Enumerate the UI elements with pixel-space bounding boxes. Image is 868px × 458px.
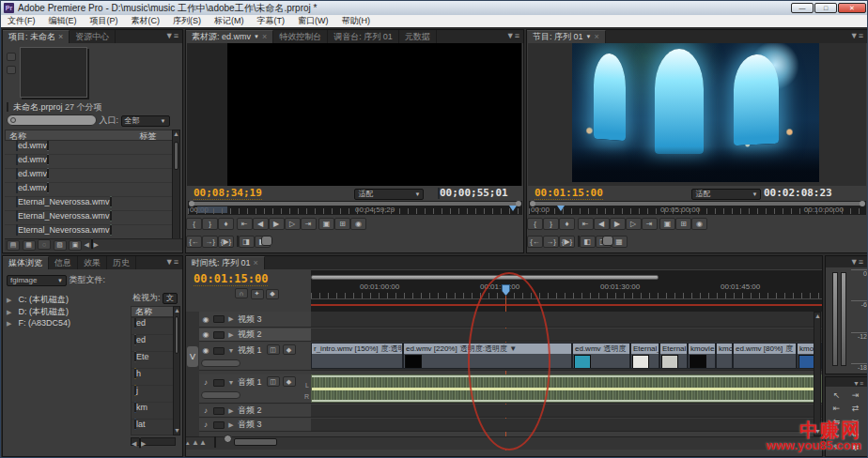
scroll-right-icon[interactable]: ▶ bbox=[93, 241, 98, 248]
program-current-timecode[interactable]: 00:01:15:00 bbox=[535, 187, 603, 200]
inout-nav-button[interactable]: →} bbox=[543, 236, 559, 248]
label-chip[interactable] bbox=[47, 154, 49, 165]
timeline-video-clip[interactable]: ed.wmv 透明度 ▼ bbox=[572, 343, 630, 369]
tool-button[interactable]: ⇄ bbox=[846, 402, 864, 414]
inout-nav-button[interactable]: {▶} bbox=[218, 236, 234, 248]
scroll-left-icon[interactable]: ◀ bbox=[85, 241, 89, 248]
toggle-track-audio-icon[interactable]: ♪ bbox=[201, 406, 210, 415]
project-item-row[interactable]: ed.wmv bbox=[5, 183, 177, 197]
file-row[interactable]: j bbox=[132, 386, 175, 403]
track-lock-toggle[interactable] bbox=[213, 421, 225, 429]
expand-track-icon[interactable]: ▶ bbox=[227, 421, 235, 429]
track-header-audio1[interactable]: ♪ ▼ 音频 1 L R ◫ ◆ bbox=[199, 374, 311, 404]
monitor-extra-button[interactable]: ⊞ bbox=[334, 218, 350, 230]
tool-button[interactable]: ✂ bbox=[846, 415, 864, 427]
project-item-row[interactable]: ed.wmv bbox=[5, 141, 177, 155]
scroll-up-icon[interactable]: ▲ bbox=[173, 130, 179, 138]
track-lane-audio2[interactable] bbox=[311, 405, 822, 418]
timeline-option-button[interactable]: ✦ bbox=[251, 289, 264, 299]
timeline-vscroll[interactable]: ▲ ▼ bbox=[814, 312, 821, 436]
tool-button[interactable]: ⇋ bbox=[828, 415, 845, 427]
tab-program[interactable]: 节目: 序列 01 ▼ × bbox=[527, 30, 606, 43]
track-lock-toggle[interactable] bbox=[213, 407, 225, 415]
timeline-option-button[interactable]: ◆ bbox=[266, 289, 279, 299]
scroll-up-icon[interactable]: ▲ bbox=[814, 313, 820, 320]
tab-close-icon[interactable]: × bbox=[594, 31, 598, 43]
transport-button[interactable]: ▷ bbox=[626, 218, 642, 230]
drive-item[interactable]: ▶ C: (本机磁盘) bbox=[7, 294, 127, 306]
tab-info[interactable]: 信息 bbox=[49, 256, 78, 269]
project-item-row[interactable]: Eternal_Neverossa.wmv bbox=[5, 225, 177, 239]
transport-button[interactable]: ⇥ bbox=[301, 218, 317, 230]
project-tool-button[interactable]: ▣ bbox=[69, 240, 82, 251]
track-lock-toggle[interactable] bbox=[213, 331, 225, 339]
shuttle-thumb[interactable] bbox=[602, 236, 613, 246]
timeline-video-clip[interactable]: kmovie.. bbox=[688, 343, 716, 369]
view-as-select[interactable]: 文 bbox=[163, 293, 178, 304]
monitor-extra-button[interactable]: ◉ bbox=[691, 218, 707, 230]
menu-item[interactable]: 字幕(T) bbox=[251, 15, 292, 27]
marker-button[interactable]: ♦ bbox=[218, 218, 234, 230]
program-zoom-select[interactable]: 适配 ▼ bbox=[691, 189, 761, 200]
display-style-button[interactable]: ◫ bbox=[267, 344, 280, 355]
clip-fx-label[interactable]: 度:透明度 ▼ bbox=[380, 344, 402, 354]
menu-item[interactable]: 素材(C) bbox=[125, 15, 167, 27]
toggle-track-audio-icon[interactable]: ♪ bbox=[201, 378, 210, 387]
toggle-track-output-icon[interactable]: ◉ bbox=[201, 315, 210, 324]
panel-menu-icon[interactable]: ▼≡ bbox=[846, 256, 867, 267]
edit-button[interactable]: ▦ bbox=[612, 236, 628, 248]
track-header-video2[interactable]: ◉ ▶ 视频 2 bbox=[199, 328, 311, 342]
tool-button[interactable]: ⇥ bbox=[846, 389, 864, 401]
inout-nav-button[interactable]: {← bbox=[186, 236, 202, 248]
edit-button[interactable]: ◧ bbox=[580, 236, 596, 248]
inout-nav-button[interactable]: {▶} bbox=[559, 236, 575, 248]
program-time-ruler[interactable]: 00:00 00:05:00:00 00:10:00:00 bbox=[529, 201, 866, 215]
tool-button[interactable]: ↖ bbox=[828, 389, 845, 401]
tab-media-browser[interactable]: 媒体浏览 bbox=[3, 256, 49, 269]
expand-track-icon[interactable]: ▶ bbox=[227, 331, 235, 339]
timeline-hscroll[interactable] bbox=[214, 436, 216, 448]
scroll-up-icon[interactable]: ▲ bbox=[174, 307, 179, 314]
work-area-bar[interactable] bbox=[311, 275, 659, 280]
project-item-row[interactable]: Eternal_Neverossa.wmv bbox=[5, 211, 177, 225]
tab-history[interactable]: 历史 bbox=[107, 256, 136, 269]
track-header-audio2[interactable]: ♪ ▶ 音频 2 bbox=[199, 405, 311, 418]
file-row[interactable]: km bbox=[132, 403, 175, 420]
source-time-ruler[interactable]: 00;00 00;04;59;29 bbox=[188, 201, 522, 215]
browser-source-select[interactable]: fgimage ▼ bbox=[7, 275, 67, 286]
timeline-video-clip[interactable]: Eternal bbox=[659, 343, 688, 369]
transport-button[interactable]: ▶ bbox=[269, 218, 285, 230]
file-row[interactable]: ed bbox=[132, 335, 175, 352]
file-row[interactable]: ed bbox=[132, 318, 175, 335]
track-pill[interactable] bbox=[201, 391, 240, 399]
tab-timeline[interactable]: 时间线: 序列 01 × bbox=[186, 256, 265, 269]
project-tool-button[interactable]: ▦ bbox=[23, 240, 36, 251]
timeline-video-clip[interactable]: r_intro.wmv [150%] 度:透明度 ▼ bbox=[311, 343, 403, 369]
shuttle-thumb[interactable] bbox=[261, 236, 272, 246]
track-pill[interactable] bbox=[201, 359, 240, 367]
track-lane-video2[interactable] bbox=[311, 328, 822, 342]
track-header-audio3[interactable]: ♪ ▶ 音频 3 bbox=[199, 419, 311, 432]
project-item-row[interactable]: ed.wmv bbox=[5, 169, 177, 183]
panel-menu-icon[interactable]: ▼≡ bbox=[849, 377, 867, 387]
transport-button[interactable]: ⇥ bbox=[642, 218, 658, 230]
project-tool-button[interactable]: ◌ bbox=[38, 239, 51, 250]
video-target-badge[interactable]: V bbox=[187, 346, 198, 367]
tree-expand-icon[interactable]: ▶ bbox=[7, 320, 16, 328]
timeline-audio-clip[interactable] bbox=[311, 374, 822, 403]
drive-item[interactable]: ▶ F: (A83DC54) bbox=[7, 318, 127, 330]
track-lane-audio1[interactable] bbox=[311, 374, 822, 404]
browser-name-header[interactable]: 名称 bbox=[131, 306, 176, 317]
collapse-track-icon[interactable]: ▼ bbox=[227, 379, 235, 386]
scroll-down-icon[interactable]: ▼ bbox=[814, 428, 820, 435]
expand-track-icon[interactable]: ▶ bbox=[227, 315, 235, 323]
label-chip[interactable] bbox=[47, 182, 49, 193]
marker-button[interactable]: } bbox=[543, 218, 559, 230]
label-chip[interactable] bbox=[47, 168, 49, 179]
scroll-left-icon[interactable]: ◀ bbox=[132, 440, 136, 447]
edit-button[interactable]: ◨ bbox=[239, 236, 255, 248]
monitor-extra-button[interactable]: ▣ bbox=[659, 218, 675, 230]
tab-source[interactable]: 素材源: ed.wmv ▼ × bbox=[186, 30, 273, 43]
transport-button[interactable]: ◀ bbox=[594, 218, 610, 230]
label-chip[interactable] bbox=[110, 210, 112, 221]
